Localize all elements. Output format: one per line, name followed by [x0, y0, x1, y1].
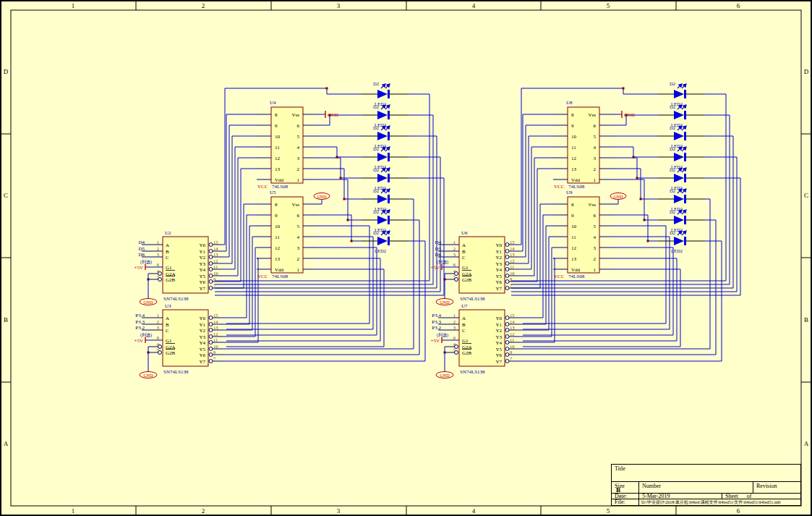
date-value[interactable]: 5-Mar-2019 — [638, 494, 722, 499]
wire[interactable] — [223, 226, 257, 324]
wire[interactable] — [519, 241, 722, 361]
led-designator-label: D2 — [373, 81, 379, 86]
wire[interactable] — [317, 158, 362, 178]
wire[interactable] — [613, 215, 658, 241]
wire[interactable] — [519, 226, 553, 324]
led-D2[interactable]: D2LED2 — [658, 188, 705, 211]
pin-name-label: 6 — [297, 213, 300, 219]
junction-dot — [633, 156, 635, 158]
led-designator-label: D2 — [373, 188, 379, 193]
led-D2[interactable]: D2LED2 — [658, 209, 705, 232]
title-block-title-cell[interactable]: Title — [612, 465, 800, 482]
wire[interactable] — [223, 237, 257, 330]
wire[interactable] — [215, 157, 440, 292]
wire[interactable] — [519, 114, 553, 251]
pin-number-label: 2 — [453, 319, 456, 324]
wire[interactable] — [613, 200, 618, 204]
led-triangle — [377, 216, 388, 224]
wire[interactable] — [519, 199, 710, 349]
wire[interactable] — [511, 115, 730, 284]
pin-number-label: 15 — [213, 313, 218, 318]
wire[interactable] — [613, 158, 658, 178]
wire[interactable] — [519, 215, 553, 318]
wire[interactable] — [317, 200, 322, 204]
net-label: P3.3 — [432, 319, 441, 325]
pin-name-label: 8 — [275, 112, 278, 118]
border-row-label: C — [4, 192, 8, 199]
led-D2[interactable]: D2LED2 — [658, 230, 705, 253]
ic-U2[interactable]: U2SN74LS138AD41BD52CD63(列选)+5V6G14G2A5G2… — [134, 230, 223, 305]
wire[interactable] — [519, 125, 553, 257]
wire[interactable] — [613, 115, 658, 125]
pin-name-label: Y5 — [199, 274, 205, 279]
led-cathode-bar — [684, 174, 686, 182]
wire[interactable] — [223, 158, 257, 276]
wire[interactable] — [613, 147, 658, 157]
wire[interactable] — [519, 158, 553, 276]
wire[interactable] — [223, 136, 257, 263]
led-triangle — [377, 90, 388, 98]
pin-number-label: 9 — [510, 276, 512, 282]
wire[interactable] — [317, 147, 362, 157]
led-D2[interactable]: D2LED2 — [362, 230, 409, 253]
ic-U5[interactable]: U58910111213VddVss654321VCC74LS08GND — [257, 190, 330, 279]
led-D2[interactable]: D2LED2 — [658, 167, 705, 190]
file-path[interactable]: D:\毕业设计\2018\单片机\64led\课程文件\64led51\文件\6… — [638, 499, 800, 505]
pin-name-label: A — [166, 242, 169, 248]
junction-dot — [647, 240, 649, 242]
wire[interactable] — [317, 215, 362, 241]
wire[interactable] — [223, 241, 425, 361]
led-D2[interactable]: D2LED2 — [362, 167, 409, 190]
wire[interactable] — [613, 179, 658, 220]
led-D2[interactable]: D2LED2 — [362, 209, 409, 232]
wire[interactable] — [519, 169, 553, 282]
ic-U9[interactable]: U98910111213VddVss654321VCC74LS08GND — [553, 190, 626, 279]
wire[interactable] — [223, 215, 257, 318]
wire[interactable] — [223, 114, 257, 251]
border-column-label: 6 — [737, 507, 740, 515]
led-D2[interactable]: D2LED2 — [362, 125, 409, 148]
ic-U7[interactable]: U7SN74LS138AP3.41BP3.32CP3.23(列选)+5V6G14… — [430, 303, 519, 378]
led-D2[interactable]: D2LED2 — [362, 104, 409, 127]
wire[interactable] — [317, 179, 362, 220]
led-D2[interactable]: D2LED2 — [658, 125, 705, 148]
inversion-bubble — [505, 341, 509, 344]
ic-U8[interactable]: U88910111213VddVss654321VCC74LS08GND — [553, 100, 635, 190]
revision-cell[interactable]: Revision — [753, 482, 800, 493]
wire[interactable] — [215, 94, 429, 281]
wire[interactable] — [511, 136, 733, 288]
border-column-label: 2 — [202, 2, 205, 9]
wire[interactable] — [223, 125, 257, 257]
pin-number-label: 6 — [453, 262, 456, 267]
wire[interactable] — [511, 94, 726, 281]
led-D2[interactable]: D2LED2 — [658, 81, 705, 106]
led-triangle — [377, 174, 388, 182]
wire[interactable] — [519, 136, 553, 263]
wire[interactable] — [215, 115, 433, 284]
led-triangle — [674, 132, 684, 140]
led-D2[interactable]: D2LED2 — [658, 146, 705, 169]
led-D2[interactable]: D2LED2 — [658, 104, 705, 127]
power-net-label: +5V — [134, 338, 143, 344]
led-emission-arrow — [385, 147, 390, 151]
led-D2[interactable]: D2LED2 — [362, 146, 409, 169]
wire[interactable] — [511, 157, 737, 292]
ic-U3[interactable]: U3SN74LS138AP3.41BP3.32CP3.23(列选)+5V6G14… — [134, 303, 223, 378]
inversion-bubble — [505, 274, 509, 278]
led-D2[interactable]: D2LED2 — [362, 188, 409, 211]
wire[interactable] — [223, 199, 414, 349]
wire[interactable] — [215, 136, 437, 288]
wire[interactable] — [223, 147, 257, 269]
wire[interactable] — [519, 237, 553, 330]
title-block[interactable]: Title Size Number Revision B Date: 5-Mar… — [611, 464, 801, 506]
pin-name-label: Vss — [588, 202, 596, 208]
ic-U4[interactable]: U48910111213VddVss654321VCC74LS08GND — [257, 100, 338, 190]
led-designator-label: D2 — [373, 125, 379, 130]
wire[interactable] — [317, 115, 362, 125]
wire[interactable] — [519, 147, 553, 269]
led-cathode-bar — [388, 111, 390, 119]
number-cell[interactable]: Number — [638, 482, 753, 493]
annotation-label: (列选) — [140, 259, 152, 265]
wire[interactable] — [223, 169, 257, 282]
led-D2[interactable]: D2LED2 — [362, 81, 409, 106]
